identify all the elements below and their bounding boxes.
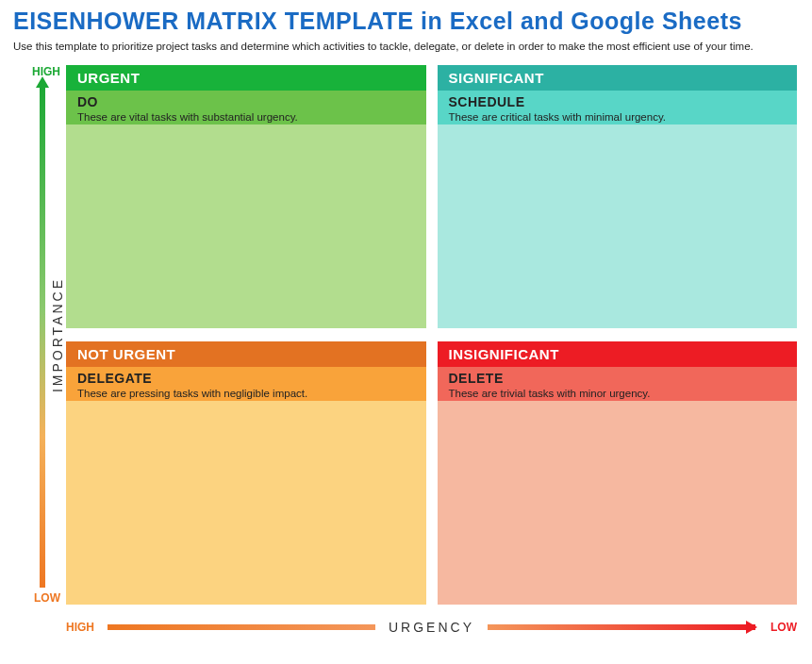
page-subtitle: Use this template to prioritize project … <box>13 41 799 52</box>
y-axis-low-label: LOW <box>34 591 60 605</box>
quadrant-subheader: SCHEDULE These are critical tasks with m… <box>438 91 798 124</box>
quadrant-body[interactable] <box>66 124 426 328</box>
x-axis: HIGH URGENCY LOW <box>66 614 797 640</box>
y-axis-label: IMPORTANCE <box>50 277 65 392</box>
quadrant-not-urgent-delegate: NOT URGENT DELEGATE These are pressing t… <box>66 341 426 605</box>
quadrant-action: DELETE <box>449 371 787 386</box>
x-axis-gradient-bar-left <box>108 624 375 630</box>
arrow-right-icon <box>746 621 757 634</box>
x-axis-gradient-bar-right <box>488 624 755 630</box>
quadrant-category: INSIGNIFICANT <box>438 341 798 367</box>
quadrant-body[interactable] <box>66 401 426 605</box>
x-axis-low-label: LOW <box>755 621 797 634</box>
quadrant-action: SCHEDULE <box>449 94 787 109</box>
quadrant-description: These are pressing tasks with negligible… <box>77 386 415 399</box>
page-title: EISENHOWER MATRIX TEMPLATE in Excel and … <box>13 8 799 35</box>
quadrant-significant-schedule: SIGNIFICANT SCHEDULE These are critical … <box>438 65 798 328</box>
quadrant-body[interactable] <box>438 401 798 605</box>
quadrant-urgent-do: URGENT DO These are vital tasks with sub… <box>66 65 426 328</box>
x-axis-label: URGENCY <box>375 620 488 635</box>
quadrant-insignificant-delete: INSIGNIFICANT DELETE These are trivial t… <box>438 341 798 605</box>
quadrant-category: URGENT <box>66 65 426 91</box>
quadrant-category: NOT URGENT <box>66 341 426 367</box>
quadrant-description: These are trivial tasks with minor urgen… <box>449 386 787 399</box>
quadrant-subheader: DELETE These are trivial tasks with mino… <box>438 367 798 401</box>
y-axis: HIGH IMPORTANCE LOW <box>13 65 66 605</box>
quadrant-description: These are vital tasks with substantial u… <box>77 109 415 123</box>
quadrant-description: These are critical tasks with minimal ur… <box>449 109 787 123</box>
quadrant-action: DELEGATE <box>77 371 415 386</box>
matrix-container: HIGH IMPORTANCE LOW URGENT DO These are … <box>13 65 799 605</box>
x-axis-high-label: HIGH <box>66 621 108 634</box>
quadrant-subheader: DO These are vital tasks with substantia… <box>66 91 426 124</box>
quadrant-action: DO <box>77 94 415 109</box>
matrix-grid: URGENT DO These are vital tasks with sub… <box>66 65 797 605</box>
y-axis-gradient-bar <box>40 84 45 588</box>
quadrant-body[interactable] <box>438 124 798 328</box>
quadrant-subheader: DELEGATE These are pressing tasks with n… <box>66 367 426 401</box>
quadrant-category: SIGNIFICANT <box>438 65 798 91</box>
